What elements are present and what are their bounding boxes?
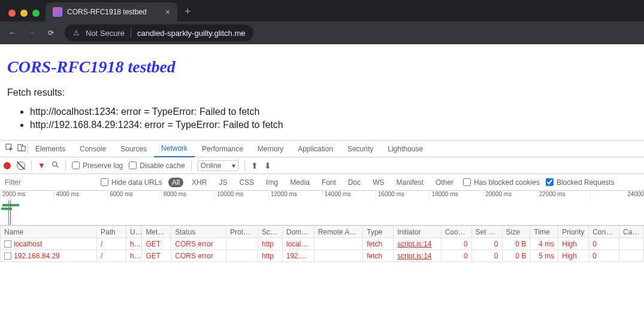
- browser-tab[interactable]: CORS-RFC1918 testbed ×: [46, 2, 177, 22]
- download-har-icon[interactable]: ⬇: [264, 161, 271, 170]
- browser-toolbar: ← → ⟳ ⚠ Not Secure candied-sparkly-guilt…: [0, 22, 644, 44]
- tab-console[interactable]: Console: [72, 141, 113, 157]
- cell-remote: [314, 250, 363, 262]
- window-controls: [5, 10, 46, 22]
- clear-button[interactable]: [17, 162, 25, 170]
- cell-time: 4 ms: [530, 238, 558, 250]
- cell-conn: 0: [589, 238, 619, 250]
- col-remote[interactable]: Remote Ad…: [314, 226, 363, 238]
- type-filter-other[interactable]: Other: [432, 178, 457, 187]
- type-filter-media[interactable]: Media: [286, 178, 313, 187]
- col-priority[interactable]: Priority: [558, 226, 589, 238]
- maximize-window-icon[interactable]: [32, 10, 40, 17]
- col-size[interactable]: Size: [502, 226, 530, 238]
- disable-cache-label: Disable cache: [140, 162, 185, 170]
- tab-application[interactable]: Application: [291, 141, 340, 157]
- col-cache[interactable]: Cac…: [619, 226, 644, 238]
- device-toggle-icon[interactable]: [16, 144, 28, 154]
- address-bar[interactable]: ⚠ Not Secure candied-sparkly-guilty.glit…: [65, 25, 253, 41]
- cell-size: 0 B: [502, 238, 530, 250]
- inspect-element-icon[interactable]: [4, 144, 16, 154]
- search-icon[interactable]: [52, 161, 59, 170]
- table-row[interactable]: localhost/h…GETCORS errorhttplocal…fetch…: [1, 238, 644, 250]
- url-text: candied-sparkly-guilty.glitch.me: [137, 29, 245, 38]
- cell-setcookies: 0: [471, 238, 502, 250]
- col-type[interactable]: Type: [363, 226, 394, 238]
- tab-sources[interactable]: Sources: [113, 141, 154, 157]
- cell-setcookies: 0: [471, 250, 502, 262]
- minimize-window-icon[interactable]: [20, 10, 28, 17]
- tab-network[interactable]: Network: [154, 141, 195, 157]
- tick: 22000 ms: [537, 191, 591, 200]
- tab-memory[interactable]: Memory: [250, 141, 291, 157]
- cell-priority: High: [558, 250, 589, 262]
- col-setcookies[interactable]: Set C…: [471, 226, 502, 238]
- col-initiator[interactable]: Initiator: [394, 226, 441, 238]
- col-protocol[interactable]: Proto…: [226, 226, 258, 238]
- table-row[interactable]: 192.168.84.29/h…GETCORS errorhttp192.…fe…: [1, 250, 644, 262]
- tab-title: CORS-RFC1918 testbed: [67, 8, 161, 16]
- preserve-log-checkbox[interactable]: Preserve log: [72, 162, 123, 170]
- throttling-select[interactable]: Online▾: [198, 160, 239, 171]
- filter-icon[interactable]: ▼: [38, 161, 46, 170]
- col-path[interactable]: Path: [96, 226, 126, 238]
- type-filter-manifest[interactable]: Manifest: [393, 178, 427, 187]
- record-button[interactable]: [4, 162, 11, 169]
- cell-priority: High: [558, 238, 589, 250]
- col-name[interactable]: Name: [1, 226, 97, 238]
- type-filter-xhr[interactable]: XHR: [188, 178, 210, 187]
- tab-security[interactable]: Security: [340, 141, 380, 157]
- filter-input[interactable]: [0, 175, 101, 190]
- upload-har-icon[interactable]: ⬆: [251, 161, 258, 170]
- tab-lighthouse[interactable]: Lighthouse: [380, 141, 430, 157]
- close-window-icon[interactable]: [8, 10, 16, 17]
- cell-cookies: 0: [441, 250, 471, 262]
- type-filter-doc[interactable]: Doc: [344, 178, 364, 187]
- cell-cache: [619, 238, 644, 250]
- forward-button[interactable]: →: [26, 29, 37, 37]
- type-filter-ws[interactable]: WS: [369, 178, 388, 187]
- col-url[interactable]: U…: [126, 226, 141, 238]
- cell-url: h…: [126, 238, 141, 250]
- type-filter-js[interactable]: JS: [215, 178, 231, 187]
- new-tab-button[interactable]: +: [177, 5, 198, 22]
- col-status[interactable]: Status: [171, 226, 226, 238]
- page-content: CORS-RFC1918 testbed Fetch results: http…: [0, 44, 644, 140]
- type-filter-img[interactable]: Img: [262, 178, 282, 187]
- col-time[interactable]: Time: [530, 226, 558, 238]
- cell-conn: 0: [589, 250, 619, 262]
- blocked-requests-checkbox[interactable]: Blocked Requests: [546, 178, 615, 187]
- col-domain[interactable]: Dom…: [282, 226, 314, 238]
- divider: [191, 160, 192, 171]
- cell-status: CORS error: [171, 250, 226, 262]
- tab-elements[interactable]: Elements: [28, 141, 72, 157]
- svg-line-4: [56, 166, 58, 167]
- back-button[interactable]: ←: [7, 29, 18, 37]
- col-conn[interactable]: Conn…: [589, 226, 619, 238]
- initiator-link[interactable]: script.js:14: [397, 240, 431, 248]
- row-checkbox[interactable]: [4, 240, 11, 248]
- type-filter-css[interactable]: CSS: [235, 178, 258, 187]
- disable-cache-checkbox[interactable]: Disable cache: [129, 162, 185, 170]
- network-timeline[interactable]: 2000 ms 4000 ms 6000 ms 8000 ms 10000 ms…: [0, 191, 644, 226]
- initiator-link[interactable]: script.js:14: [397, 252, 431, 260]
- col-scheme[interactable]: Sc…: [258, 226, 282, 238]
- page-subhead: Fetch results:: [7, 87, 637, 98]
- tick: 16000 ms: [376, 191, 430, 200]
- type-filter-font[interactable]: Font: [318, 178, 340, 187]
- col-cookies[interactable]: Cook…: [441, 226, 471, 238]
- close-tab-icon[interactable]: ×: [165, 7, 170, 17]
- tab-performance[interactable]: Performance: [195, 141, 250, 157]
- hide-data-urls-checkbox[interactable]: Hide data URLs: [101, 178, 162, 187]
- col-method[interactable]: Meth…: [142, 226, 171, 238]
- divider: [244, 160, 245, 171]
- blocked-requests-label: Blocked Requests: [557, 178, 615, 187]
- has-blocked-cookies-checkbox[interactable]: Has blocked cookies: [463, 178, 540, 187]
- fetch-result-item: http://192.168.84.29:1234: error = TypeE…: [30, 120, 637, 130]
- tick: 10000 ms: [214, 191, 268, 200]
- type-filter-all[interactable]: All: [168, 178, 183, 187]
- reload-button[interactable]: ⟳: [46, 29, 56, 37]
- tick: 12000 ms: [268, 191, 322, 200]
- load-marker: [10, 200, 11, 225]
- row-checkbox[interactable]: [4, 252, 11, 260]
